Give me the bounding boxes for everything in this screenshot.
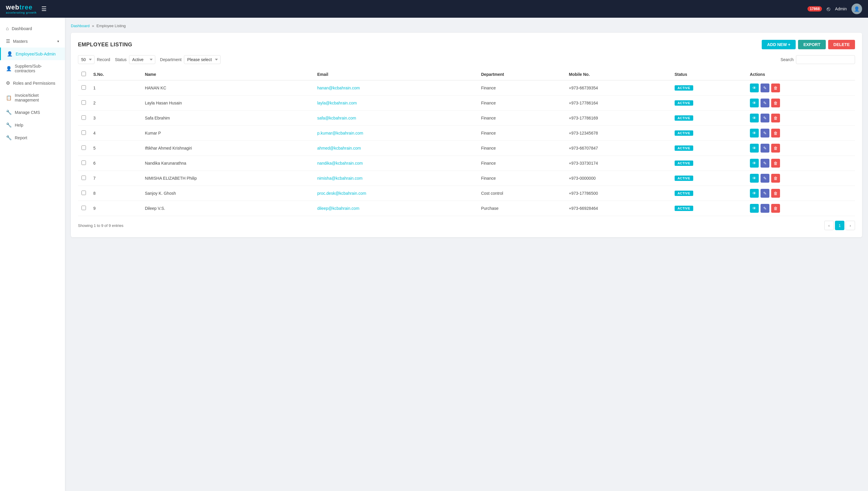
delete-row-button[interactable]: 🗑 [771, 204, 780, 213]
edit-button[interactable]: ✎ [760, 189, 769, 198]
edit-button[interactable]: ✎ [760, 84, 769, 92]
delete-button[interactable]: DELETE [828, 40, 855, 49]
delete-row-button[interactable]: 🗑 [771, 98, 780, 107]
view-button[interactable]: 👁 [750, 159, 759, 168]
record-select[interactable]: 50 25 10 [78, 55, 94, 64]
email-link[interactable]: nimisha@kcbahrain.com [317, 176, 363, 181]
pagination-row: Showing 1 to 9 of 9 entries ‹ 1 › [78, 221, 855, 230]
view-button[interactable]: 👁 [750, 204, 759, 213]
page-1-button[interactable]: 1 [835, 221, 844, 230]
email-link[interactable]: ahmed@kcbahrain.com [317, 146, 361, 150]
row-checkbox[interactable] [82, 176, 86, 180]
row-checkbox[interactable] [82, 206, 86, 210]
sidebar-item-employee[interactable]: 👤 Employee/Sub-Admin [0, 48, 65, 60]
row-checkbox-cell [78, 186, 90, 201]
breadcrumb-home[interactable]: Dashboard [71, 24, 90, 28]
view-button[interactable]: 👁 [750, 174, 759, 183]
th-mobile: Mobile No. [565, 69, 671, 80]
delete-row-button[interactable]: 🗑 [771, 174, 780, 183]
view-button[interactable]: 👁 [750, 129, 759, 138]
header-right: 17868 ⎋ Admin 👤 [808, 3, 862, 14]
edit-button[interactable]: ✎ [760, 144, 769, 152]
header-left: webtree accelerating growth ☰ [6, 3, 47, 14]
row-mobile: +973-66739354 [565, 80, 671, 96]
row-name: Kumar P [141, 126, 314, 141]
export-button[interactable]: EXPORT [798, 40, 826, 49]
email-link[interactable]: safa@kcbahrain.com [317, 116, 356, 120]
view-button[interactable]: 👁 [750, 84, 759, 92]
row-email: nandika@kcbahrain.com [313, 156, 477, 171]
edit-button[interactable]: ✎ [760, 129, 769, 138]
prev-page-button[interactable]: ‹ [824, 221, 834, 230]
next-page-button[interactable]: › [845, 221, 855, 230]
dashboard-icon: ⌂ [6, 26, 9, 31]
row-email: p.kumar@kcbahrain.com [313, 126, 477, 141]
status-select[interactable]: Active Inactive All [129, 55, 155, 64]
add-new-button[interactable]: ADD NEW + [762, 40, 796, 49]
department-select[interactable]: Please select Finance Cost control Purch… [184, 55, 221, 64]
row-checkbox[interactable] [82, 100, 86, 105]
search-input[interactable] [796, 55, 855, 64]
row-email: layla@kcbahrain.com [313, 96, 477, 111]
row-checkbox[interactable] [82, 191, 86, 195]
delete-row-button[interactable]: 🗑 [771, 189, 780, 198]
view-button[interactable]: 👁 [750, 114, 759, 122]
email-link[interactable]: layla@kcbahrain.com [317, 100, 357, 105]
row-name: Dileep V.S. [141, 201, 314, 216]
row-name: HANAN KC [141, 80, 314, 96]
search-group: Search [781, 55, 855, 64]
action-btns: 👁 ✎ 🗑 [750, 204, 851, 213]
row-sno: 6 [90, 156, 141, 171]
row-mobile: +973-33730174 [565, 156, 671, 171]
admin-label: Admin [835, 6, 847, 11]
edit-button[interactable]: ✎ [760, 114, 769, 122]
row-checkbox[interactable] [82, 145, 86, 150]
delete-row-button[interactable]: 🗑 [771, 114, 780, 122]
row-checkbox[interactable] [82, 115, 86, 120]
sidebar-item-suppliers[interactable]: 👤 Suppliers/Sub-contractors [0, 60, 65, 77]
delete-row-button[interactable]: 🗑 [771, 129, 780, 138]
edit-button[interactable]: ✎ [760, 98, 769, 107]
view-button[interactable]: 👁 [750, 98, 759, 107]
email-link[interactable]: proc.desk@kcbahrain.com [317, 191, 366, 196]
email-link[interactable]: hanan@kcbahrain.com [317, 86, 360, 90]
hamburger-icon[interactable]: ☰ [41, 5, 47, 12]
suppliers-icon: 👤 [6, 66, 12, 71]
email-link[interactable]: p.kumar@kcbahrain.com [317, 131, 363, 136]
status-badge: ACTIVE [675, 131, 693, 136]
logout-icon[interactable]: ⎋ [827, 6, 830, 12]
row-checkbox[interactable] [82, 131, 86, 135]
sidebar-item-masters[interactable]: ☰ Masters ▾ [0, 35, 65, 48]
edit-button[interactable]: ✎ [760, 204, 769, 213]
view-button[interactable]: 👁 [750, 144, 759, 152]
sidebar-item-help[interactable]: 🔧 Help [0, 119, 65, 131]
edit-button[interactable]: ✎ [760, 174, 769, 183]
delete-row-button[interactable]: 🗑 [771, 159, 780, 168]
delete-row-button[interactable]: 🗑 [771, 84, 780, 92]
row-name: Safa Ebrahim [141, 111, 314, 126]
select-all-checkbox[interactable] [82, 72, 86, 76]
table-row: 8 Sanjoy K. Ghosh proc.desk@kcbahrain.co… [78, 186, 855, 201]
search-label: Search [781, 57, 793, 62]
action-btns: 👁 ✎ 🗑 [750, 144, 851, 152]
row-checkbox[interactable] [82, 161, 86, 165]
th-actions: Actions [746, 69, 855, 80]
row-checkbox[interactable] [82, 85, 86, 90]
avatar[interactable]: 👤 [851, 3, 862, 14]
email-link[interactable]: dileep@kcbahrain.com [317, 206, 359, 211]
email-link[interactable]: nandika@kcbahrain.com [317, 161, 363, 166]
status-badge: ACTIVE [675, 176, 693, 181]
action-btns: 👁 ✎ 🗑 [750, 98, 851, 107]
notification-badge[interactable]: 17868 [808, 6, 822, 11]
edit-button[interactable]: ✎ [760, 159, 769, 168]
sidebar-item-invoice[interactable]: 📋 Invoice/ticket management [0, 89, 65, 106]
view-button[interactable]: 👁 [750, 189, 759, 198]
delete-row-button[interactable]: 🗑 [771, 144, 780, 152]
row-department: Finance [477, 156, 565, 171]
sidebar-item-roles[interactable]: ⚙ Roles and Permissions [0, 77, 65, 89]
sidebar-item-report[interactable]: 🔧 Report [0, 131, 65, 144]
row-mobile: +973-66928464 [565, 201, 671, 216]
sidebar-item-dashboard[interactable]: ⌂ Dashboard [0, 22, 65, 35]
sidebar-item-cms[interactable]: 🔧 Manage CMS [0, 106, 65, 119]
pagination: ‹ 1 › [824, 221, 855, 230]
